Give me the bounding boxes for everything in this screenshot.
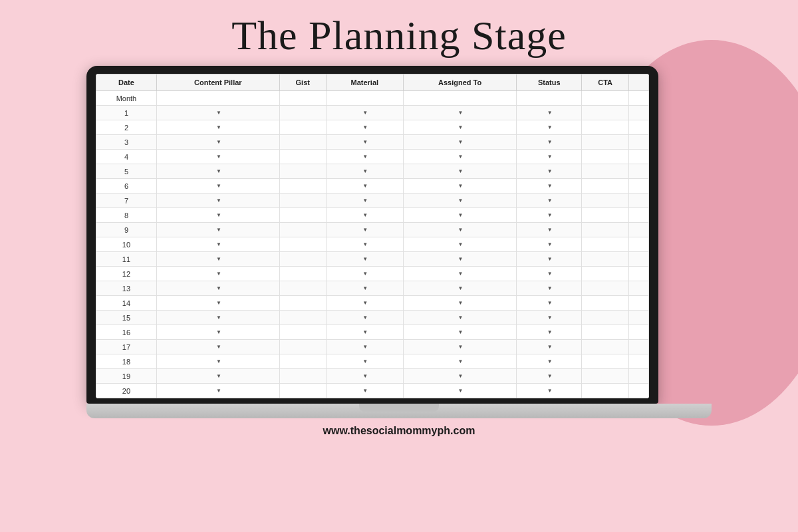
dropdown-arrow-icon[interactable]: ▼: [458, 315, 464, 321]
dropdown-arrow-icon[interactable]: ▼: [458, 285, 464, 291]
table-cell[interactable]: ▼: [156, 267, 279, 281]
dropdown-arrow-icon[interactable]: ▼: [362, 344, 368, 350]
table-cell[interactable]: ▼: [403, 164, 516, 179]
table-cell[interactable]: ▼: [156, 354, 279, 369]
dropdown-arrow-icon[interactable]: ▼: [458, 329, 464, 335]
table-cell[interactable]: ▼: [403, 281, 516, 296]
dropdown-arrow-icon[interactable]: ▼: [547, 256, 553, 262]
dropdown-arrow-icon[interactable]: ▼: [362, 154, 368, 160]
dropdown-arrow-icon[interactable]: ▼: [547, 271, 553, 277]
table-cell[interactable]: ▼: [156, 340, 279, 354]
table-cell[interactable]: ▼: [326, 106, 403, 120]
dropdown-arrow-icon[interactable]: ▼: [547, 388, 553, 394]
table-cell[interactable]: ▼: [517, 223, 582, 237]
table-cell[interactable]: ▼: [156, 311, 279, 325]
table-cell[interactable]: ▼: [326, 384, 403, 398]
dropdown-arrow-icon[interactable]: ▼: [362, 198, 368, 203]
table-cell[interactable]: ▼: [326, 296, 403, 311]
table-cell[interactable]: ▼: [517, 296, 582, 311]
dropdown-arrow-icon[interactable]: ▼: [458, 139, 464, 145]
dropdown-arrow-icon[interactable]: ▼: [216, 154, 221, 160]
dropdown-arrow-icon[interactable]: ▼: [362, 256, 368, 262]
dropdown-arrow-icon[interactable]: ▼: [458, 227, 464, 233]
table-cell[interactable]: ▼: [517, 179, 582, 194]
table-cell[interactable]: ▼: [517, 237, 582, 252]
dropdown-arrow-icon[interactable]: ▼: [458, 256, 464, 262]
table-cell[interactable]: ▼: [156, 120, 279, 135]
table-cell[interactable]: ▼: [156, 223, 279, 237]
dropdown-arrow-icon[interactable]: ▼: [216, 358, 221, 364]
table-cell[interactable]: ▼: [326, 164, 403, 179]
table-cell[interactable]: ▼: [326, 120, 403, 135]
table-cell[interactable]: ▼: [403, 384, 516, 398]
table-cell[interactable]: ▼: [326, 311, 403, 325]
table-cell[interactable]: ▼: [156, 296, 279, 311]
table-cell[interactable]: ▼: [517, 252, 582, 267]
dropdown-arrow-icon[interactable]: ▼: [362, 285, 368, 291]
table-cell[interactable]: ▼: [517, 135, 582, 150]
dropdown-arrow-icon[interactable]: ▼: [458, 212, 464, 218]
dropdown-arrow-icon[interactable]: ▼: [458, 344, 464, 350]
table-cell[interactable]: ▼: [156, 237, 279, 252]
dropdown-arrow-icon[interactable]: ▼: [547, 329, 553, 335]
table-cell[interactable]: ▼: [517, 120, 582, 135]
dropdown-arrow-icon[interactable]: ▼: [362, 227, 368, 233]
dropdown-arrow-icon[interactable]: ▼: [362, 329, 368, 335]
dropdown-arrow-icon[interactable]: ▼: [362, 183, 368, 189]
table-cell[interactable]: ▼: [156, 325, 279, 340]
dropdown-arrow-icon[interactable]: ▼: [458, 183, 464, 189]
table-cell[interactable]: ▼: [403, 120, 516, 135]
table-cell[interactable]: ▼: [156, 179, 279, 194]
dropdown-arrow-icon[interactable]: ▼: [216, 256, 221, 262]
table-cell[interactable]: ▼: [517, 281, 582, 296]
table-cell[interactable]: ▼: [403, 237, 516, 252]
table-cell[interactable]: ▼: [326, 194, 403, 208]
dropdown-arrow-icon[interactable]: ▼: [547, 344, 553, 350]
table-cell[interactable]: ▼: [156, 384, 279, 398]
table-cell[interactable]: ▼: [517, 354, 582, 369]
table-cell[interactable]: ▼: [517, 325, 582, 340]
dropdown-arrow-icon[interactable]: ▼: [547, 183, 553, 189]
dropdown-arrow-icon[interactable]: ▼: [458, 154, 464, 160]
table-cell[interactable]: ▼: [517, 106, 582, 120]
dropdown-arrow-icon[interactable]: ▼: [362, 139, 368, 145]
dropdown-arrow-icon[interactable]: ▼: [216, 300, 221, 306]
table-cell[interactable]: ▼: [326, 340, 403, 354]
dropdown-arrow-icon[interactable]: ▼: [547, 168, 553, 174]
table-cell[interactable]: ▼: [326, 237, 403, 252]
dropdown-arrow-icon[interactable]: ▼: [216, 241, 221, 247]
table-cell[interactable]: ▼: [517, 267, 582, 281]
table-cell[interactable]: ▼: [326, 135, 403, 150]
dropdown-arrow-icon[interactable]: ▼: [362, 168, 368, 174]
table-cell[interactable]: ▼: [403, 208, 516, 223]
table-cell[interactable]: ▼: [326, 179, 403, 194]
dropdown-arrow-icon[interactable]: ▼: [362, 373, 368, 379]
dropdown-arrow-icon[interactable]: ▼: [458, 241, 464, 247]
table-cell[interactable]: ▼: [403, 267, 516, 281]
table-cell[interactable]: ▼: [156, 252, 279, 267]
table-cell[interactable]: ▼: [326, 281, 403, 296]
dropdown-arrow-icon[interactable]: ▼: [216, 315, 221, 321]
dropdown-arrow-icon[interactable]: ▼: [547, 300, 553, 306]
table-cell[interactable]: ▼: [403, 135, 516, 150]
table-cell[interactable]: ▼: [156, 106, 279, 120]
table-cell[interactable]: ▼: [403, 369, 516, 384]
table-cell[interactable]: ▼: [517, 340, 582, 354]
dropdown-arrow-icon[interactable]: ▼: [216, 198, 221, 203]
dropdown-arrow-icon[interactable]: ▼: [216, 212, 221, 218]
dropdown-arrow-icon[interactable]: ▼: [458, 271, 464, 277]
dropdown-arrow-icon[interactable]: ▼: [362, 388, 368, 394]
table-cell[interactable]: ▼: [156, 194, 279, 208]
dropdown-arrow-icon[interactable]: ▼: [216, 285, 221, 291]
table-cell[interactable]: ▼: [403, 354, 516, 369]
dropdown-arrow-icon[interactable]: ▼: [216, 227, 221, 233]
dropdown-arrow-icon[interactable]: ▼: [547, 154, 553, 160]
dropdown-arrow-icon[interactable]: ▼: [216, 168, 221, 174]
table-cell[interactable]: ▼: [156, 369, 279, 384]
table-cell[interactable]: ▼: [403, 296, 516, 311]
dropdown-arrow-icon[interactable]: ▼: [547, 358, 553, 364]
dropdown-arrow-icon[interactable]: ▼: [458, 388, 464, 394]
table-cell[interactable]: ▼: [156, 164, 279, 179]
dropdown-arrow-icon[interactable]: ▼: [216, 110, 221, 116]
dropdown-arrow-icon[interactable]: ▼: [547, 315, 553, 321]
